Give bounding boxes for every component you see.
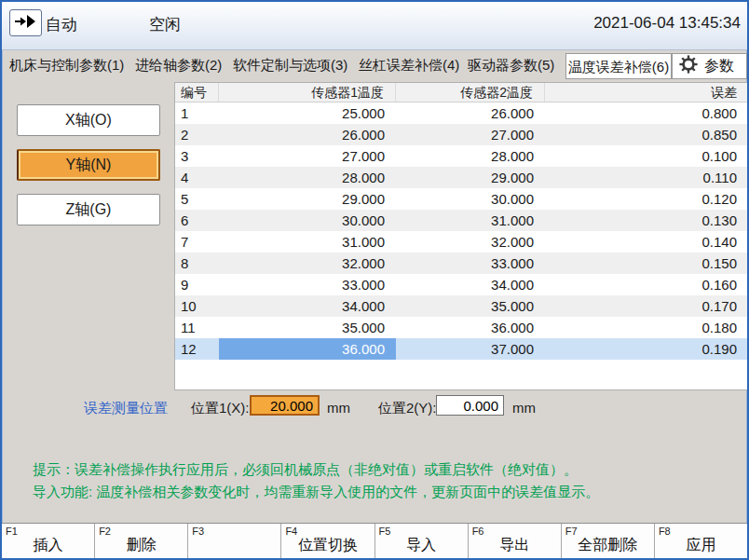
table-cell[interactable]: 31.000 [219,231,396,253]
table-cell[interactable]: 26.000 [219,124,396,145]
tab-5[interactable]: 驱动器参数(5) [468,49,554,81]
mode-label: 自动 [46,14,77,35]
table-cell[interactable]: 34.000 [219,295,396,317]
position1-input[interactable] [250,395,320,416]
table-cell[interactable]: 0.190 [545,338,747,360]
axis-button-x[interactable]: X轴(O) [17,104,160,136]
fn-action-label: 删除 [95,536,187,555]
table-cell[interactable]: 3 [175,145,219,167]
table-row[interactable]: 630.00031.0000.130 [175,210,747,231]
mode-button[interactable] [9,9,42,36]
fn-f7-button[interactable]: F7全部删除 [562,524,655,558]
table-cell[interactable]: 28.000 [219,167,396,188]
table-cell[interactable]: 35.000 [396,295,545,317]
table-row[interactable]: 428.00029.0000.110 [175,167,747,188]
table-cell[interactable]: 30.000 [396,188,545,210]
settings-button[interactable]: 参数 [672,53,747,79]
table-cell[interactable]: 5 [175,188,219,210]
table-row[interactable]: 1236.00037.0000.190 [175,338,747,360]
fn-f4-button[interactable]: F4位置切换 [281,524,374,558]
table-cell[interactable]: 10 [175,295,219,317]
fn-f6-button[interactable]: F6导出 [469,524,562,558]
table-cell[interactable]: 27.000 [396,124,545,145]
machine-status-label: 空闲 [149,14,181,35]
table-cell[interactable]: 0.800 [545,102,747,124]
hint-line-1: 提示：误差补偿操作执行应用后，必须回机械原点（非绝对值）或重启软件（绝对值）。 [33,461,578,479]
position2-input[interactable] [436,395,504,416]
table-cell[interactable]: 0.120 [545,188,747,210]
table-cell[interactable]: 29.000 [219,188,396,210]
table-row[interactable]: 832.00033.0000.150 [175,253,747,274]
fn-f2-button[interactable]: F2删除 [95,524,188,558]
table-cell[interactable]: 26.000 [396,102,545,124]
table-cell[interactable]: 32.000 [396,231,545,253]
table-cell[interactable]: 0.150 [545,253,747,274]
table-cell[interactable]: 0.180 [545,317,747,338]
table-cell[interactable]: 35.000 [219,317,396,338]
position1-label: 位置1(X): [191,400,250,417]
table-cell[interactable]: 0.160 [545,274,747,295]
fn-action-label: 导入 [375,536,468,555]
table-row[interactable]: 1034.00035.0000.170 [175,295,747,317]
table-cell[interactable]: 0.170 [545,295,747,317]
table-cell[interactable]: 6 [175,210,219,231]
table-header: 编号传感器1温度传感器2温度误差 [175,83,747,102]
table-cell[interactable]: 0.140 [545,231,747,253]
position1-unit: mm [327,400,350,416]
table-row[interactable]: 731.00032.0000.140 [175,231,747,253]
fn-action-label: 导出 [469,536,561,555]
table-cell[interactable]: 0.850 [545,124,747,145]
table-cell[interactable]: 9 [175,274,219,295]
title-bar: 自动 空闲 2021-06-04 13:45:34 [2,2,747,50]
gear-icon [679,55,698,77]
fn-f1-button[interactable]: F1插入 [2,524,95,558]
table-cell[interactable]: 33.000 [396,253,545,274]
table-cell[interactable]: 32.000 [219,253,396,274]
tab-6-active[interactable]: 温度误差补偿(6) [565,53,672,79]
table-row[interactable]: 226.00027.0000.850 [175,124,747,145]
table-cell[interactable]: 37.000 [396,338,545,360]
fn-f3-button[interactable]: F3 [188,524,281,558]
table-cell[interactable]: 34.000 [396,274,545,295]
measure-position-title: 误差测量位置 [84,400,168,417]
table-cell[interactable]: 4 [175,167,219,188]
table-cell[interactable]: 0.100 [545,145,747,167]
run-arrow-icon [15,15,37,32]
table-row[interactable]: 529.00030.0000.120 [175,188,747,210]
datetime-label: 2021-06-04 13:45:34 [593,14,741,33]
table-row[interactable]: 125.00026.0000.800 [175,102,747,124]
table-row[interactable]: 327.00028.0000.100 [175,145,747,167]
table-row[interactable]: 1135.00036.0000.180 [175,317,747,338]
col-header-2: 传感器2温度 [396,83,545,102]
table-cell[interactable]: 1 [175,102,219,124]
tab-3[interactable]: 软件定制与选项(3) [233,49,347,81]
table-cell[interactable]: 7 [175,231,219,253]
table-cell[interactable]: 36.000 [396,317,545,338]
axis-button-z[interactable]: Z轴(G) [17,194,160,225]
tab-1[interactable]: 机床与控制参数(1) [9,49,124,81]
table-cell[interactable]: 33.000 [219,274,396,295]
table-cell[interactable]: 30.000 [219,210,396,231]
table-cell[interactable]: 31.000 [396,210,545,231]
table-cell[interactable]: 36.000 [219,338,396,360]
table-row[interactable]: 933.00034.0000.160 [175,274,747,295]
table-cell[interactable]: 0.110 [545,167,747,188]
axis-button-y[interactable]: Y轴(N) [17,149,160,181]
fn-f8-button[interactable]: F8应用 [655,524,747,558]
function-key-bar: F1插入F2删除F3F4位置切换F5导入F6导出F7全部删除F8应用 [2,523,747,558]
table-cell[interactable]: 25.000 [219,102,396,124]
fn-f5-button[interactable]: F5导入 [375,524,469,558]
tab-bar: 机床与控制参数(1)进给轴参数(2)软件定制与选项(3)丝杠误差补偿(4)驱动器… [2,49,747,81]
tab-4[interactable]: 丝杠误差补偿(4) [359,49,459,81]
temperature-compensation-table: 编号传感器1温度传感器2温度误差 125.00026.0000.800226.0… [174,82,748,390]
table-cell[interactable]: 11 [175,317,219,338]
table-cell[interactable]: 27.000 [219,145,396,167]
table-cell[interactable]: 29.000 [396,167,545,188]
table-cell[interactable]: 2 [175,124,219,145]
table-cell[interactable]: 8 [175,253,219,274]
col-header-3: 误差 [545,83,747,102]
table-cell[interactable]: 12 [175,338,219,360]
table-cell[interactable]: 0.130 [545,210,747,231]
table-cell[interactable]: 28.000 [396,145,545,167]
tab-2[interactable]: 进给轴参数(2) [135,49,222,81]
